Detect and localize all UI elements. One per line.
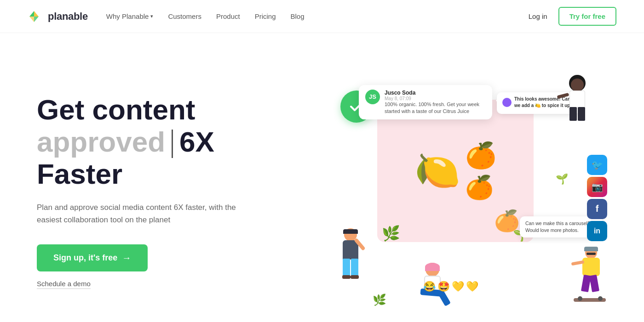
notif-brand: Jusco Soda xyxy=(385,90,486,96)
instagram-icon: 📷 xyxy=(587,177,607,197)
schedule-demo-link[interactable]: Schedule a demo xyxy=(37,280,91,289)
linkedin-icon: in xyxy=(587,221,607,241)
hero-headline: Get content approved6X Faster xyxy=(37,94,294,190)
hero-section: Get content approved6X Faster Plan and a… xyxy=(0,33,644,322)
headline-divider xyxy=(172,130,173,158)
chevron-down-icon: ▾ xyxy=(150,13,153,19)
signup-button[interactable]: Sign up, it's free → xyxy=(37,244,148,271)
twitter-icon: 🐦 xyxy=(587,155,607,175)
nav-customers[interactable]: Customers xyxy=(168,12,201,20)
plant-left: 🌿 xyxy=(382,225,400,242)
character-man-skateboard xyxy=(571,247,608,302)
hero-left-content: Get content approved6X Faster Plan and a… xyxy=(37,94,294,289)
character-man-top xyxy=(564,77,591,127)
hero-illustration: 🍋 🍊 🍊 🍊 🌿 🌱 JS Jusco Soda May 8, 07:09 xyxy=(331,72,616,311)
character-man-pointing xyxy=(337,228,364,288)
try-free-button[interactable]: Try for free xyxy=(558,7,616,26)
logo[interactable]: planable xyxy=(28,8,88,25)
arrow-icon: → xyxy=(122,253,131,263)
nav-product[interactable]: Product xyxy=(216,12,240,20)
nav-blog[interactable]: Blog xyxy=(291,12,305,20)
svg-marker-0 xyxy=(29,11,34,17)
brand-name: planable xyxy=(48,11,88,23)
logo-icon xyxy=(28,8,44,25)
plant-bottom: 🌿 xyxy=(373,294,386,306)
login-button[interactable]: Log in xyxy=(529,12,547,20)
plant-mid: 🌱 xyxy=(556,173,568,185)
nav-why-planable[interactable]: Why Planable ▾ xyxy=(106,12,154,20)
cta-group: Sign up, it's free → Schedule a demo xyxy=(37,244,294,289)
notif-avatar: JS xyxy=(365,90,380,104)
emoji-coins: 😂🤩💛💛 xyxy=(423,281,478,293)
nav-pricing[interactable]: Pricing xyxy=(255,12,276,20)
navigation: planable Why Planable ▾ Customers Produc… xyxy=(0,0,644,33)
svg-marker-3 xyxy=(34,17,39,22)
facebook-icon: f xyxy=(587,199,607,219)
notif-text: 100% organic. 100% fresh. Get your week … xyxy=(385,101,486,115)
hero-subtext: Plan and approve social media content 6X… xyxy=(37,201,248,226)
svg-marker-2 xyxy=(29,17,34,22)
notification-card: JS Jusco Soda May 8, 07:09 100% organic.… xyxy=(359,85,492,120)
social-icons-stack: 🐦 📷 f in xyxy=(587,155,607,241)
svg-marker-1 xyxy=(34,11,39,17)
notif-date: May 8, 07:09 xyxy=(385,96,486,101)
content-board: 🍋 🍊 🍊 🍊 🌿 🌱 xyxy=(377,100,534,242)
